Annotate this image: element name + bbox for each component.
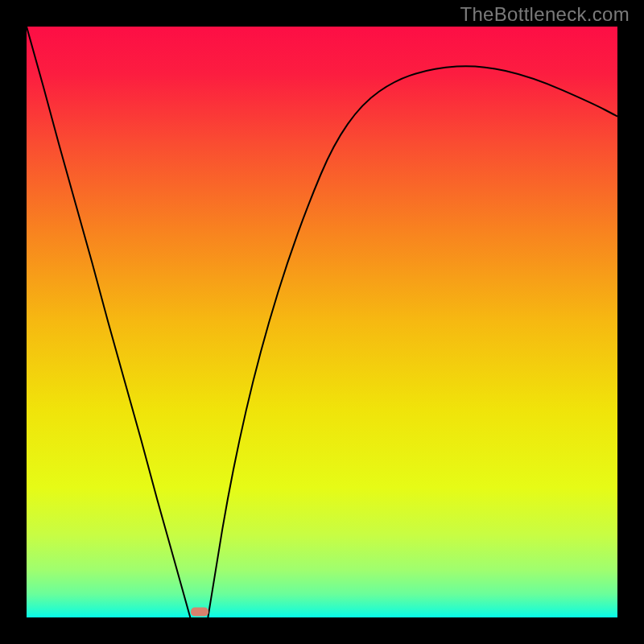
chart-frame: TheBottleneck.com bbox=[0, 0, 644, 644]
curve-layer bbox=[27, 27, 617, 617]
plot-area bbox=[27, 27, 617, 617]
watermark-text: TheBottleneck.com bbox=[460, 3, 630, 26]
optimal-point-marker bbox=[191, 608, 208, 617]
right-branch-line bbox=[208, 66, 617, 617]
left-branch-line bbox=[27, 27, 190, 617]
